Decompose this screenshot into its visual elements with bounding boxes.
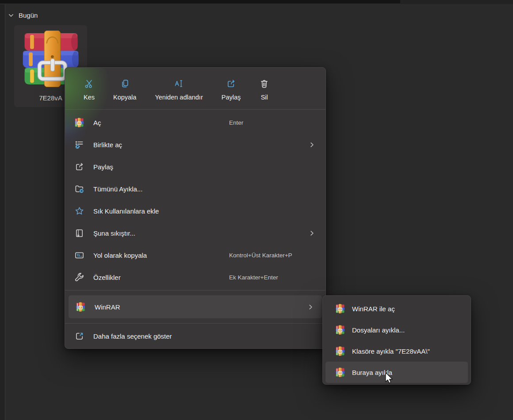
menu-item-open[interactable]: Aç Enter [67,111,323,134]
chevron-right-icon [309,230,315,237]
submenu-item-extract-to-folder[interactable]: Klasöre ayıkla "7E28vAA\" [325,340,468,362]
delete-button[interactable]: Sil [254,76,275,103]
menu-item-share[interactable]: Paylaş [67,156,323,178]
copy-icon [120,79,130,89]
cut-button[interactable]: Kes [78,76,100,103]
rename-icon [174,79,184,89]
winrar-icon [335,367,345,378]
copy-button[interactable]: Kopyala [108,76,142,103]
group-header-label: Bugün [19,11,38,19]
shortcut-label: Kontrol+Üst Karakter+P [229,252,292,259]
menu-item-extract-all[interactable]: Tümünü Ayıkla... [67,178,323,200]
winrar-icon [335,346,345,356]
zip-folder-icon [74,228,84,238]
left-pane-edge [0,4,5,420]
star-icon [74,206,84,216]
chevron-down-icon[interactable] [8,12,14,19]
menu-item-open-with[interactable]: Birlikte aç [67,134,323,156]
rename-button[interactable]: Yeniden adlandır [149,76,208,103]
group-header-today[interactable]: Bugün [8,11,38,19]
winrar-icon [74,117,84,128]
menu-item-properties[interactable]: Özellikler Ek Karakter+Enter [67,266,323,288]
winrar-submenu: WinRAR ile aç Dosyaları ayıkla... [322,295,471,385]
chevron-right-icon [307,304,314,310]
share-button[interactable]: Paylaş [216,76,246,103]
menu-item-show-more-options[interactable]: Daha fazla seçenek göster [67,325,181,347]
cut-icon [84,79,94,89]
show-more-icon [74,331,84,341]
menu-item-copy-as-path[interactable]: Yol olarak kopyala Kontrol+Üst Karakter+… [67,244,323,266]
context-menu: Kes Kopyala Yeniden adlandır [65,67,326,349]
menu-item-winrar[interactable]: WinRAR [69,295,322,318]
wrench-icon [74,272,84,283]
shortcut-label: Enter [229,119,243,126]
menu-item-compress-to[interactable]: Şuna sıkıştır... [67,222,323,244]
open-with-icon [74,140,84,150]
share-icon [226,79,236,89]
delete-icon [259,79,269,89]
submenu-item-extract-files[interactable]: Dosyaları ayıkla... [325,319,468,340]
file-explorer-window: Bugün [0,0,513,420]
copy-path-icon [74,250,84,260]
extract-all-icon [74,184,84,194]
shortcut-label: Ek Karakter+Enter [229,274,278,281]
context-menu-action-row: Kes Kopyala Yeniden adlandır [65,68,325,109]
chevron-right-icon [309,141,315,148]
winrar-icon [335,325,345,335]
winrar-icon [75,302,86,312]
submenu-item-open-with-winrar[interactable]: WinRAR ile aç [325,298,468,319]
submenu-item-extract-here[interactable]: Buraya ayıkla [325,362,468,383]
winrar-icon [335,303,345,314]
menu-item-add-to-favorites[interactable]: Sık Kullanılanlara ekle [67,200,323,222]
window-top-strip-right [400,0,513,4]
share-outline-icon [74,162,84,172]
context-menu-items: Aç Enter Birlikte aç Payla [65,110,325,290]
